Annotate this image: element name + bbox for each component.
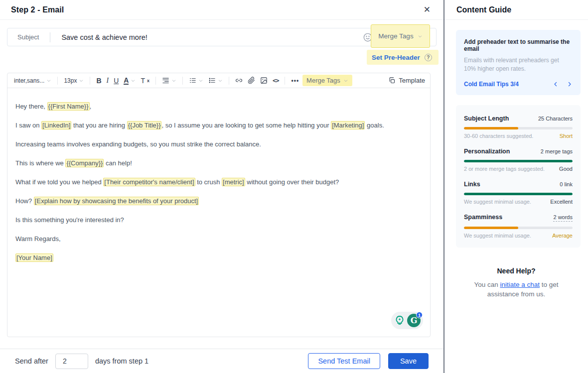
chevron-down-icon [79, 78, 84, 83]
metric-subject-length: Subject Length25 Characters30-60 charact… [464, 115, 573, 139]
metric-progress-bar [464, 193, 573, 195]
metric-name: Subject Length [464, 115, 509, 122]
paperclip-icon [248, 77, 255, 84]
body-text: What if we told you we helped [15, 178, 103, 186]
metric-suggestion: 30-60 characters suggested. [464, 133, 533, 139]
code-button[interactable]: <> [271, 76, 280, 85]
merge-tag-highlight: [Your Name] [15, 253, 53, 262]
divider [57, 77, 58, 85]
set-preheader-link[interactable]: Set Pre-Header [372, 54, 420, 61]
metric-name: Spamminess [464, 214, 502, 221]
bold-button[interactable]: B [95, 76, 103, 86]
save-button[interactable]: Save [388, 353, 429, 369]
body-text: Warm Regards, [15, 235, 61, 243]
font-family-dropdown[interactable]: inter,sans... [12, 76, 53, 85]
body-text: goals. [365, 122, 384, 129]
chevron-down-icon [218, 78, 223, 83]
align-icon [162, 77, 169, 84]
body-text: Hey there, [15, 103, 47, 110]
bullet-list-button[interactable] [207, 76, 224, 85]
bullet-list-icon [208, 77, 216, 84]
modal-header: Step 2 - Email ✕ [0, 0, 443, 20]
grammarly-widget[interactable]: G 1 [391, 312, 423, 329]
email-paragraph: What if we told you we helped [Their com… [15, 177, 422, 187]
underline-button[interactable]: U [112, 76, 120, 86]
email-body[interactable]: Hey there, {{First Name}},I saw on [Link… [7, 88, 430, 337]
body-text: that you are hiring [71, 122, 127, 129]
body-text: This is where we [15, 159, 65, 167]
metric-value: 25 Characters [538, 116, 573, 122]
font-size-dropdown[interactable]: 13px [62, 76, 85, 85]
merge-tag-highlight: [LinkedIn] [41, 121, 71, 129]
image-button[interactable] [259, 76, 269, 85]
chevron-down-icon [131, 78, 136, 83]
metric-spamminess: Spamminess2 wordsWe suggest minimal usag… [464, 214, 573, 239]
email-paragraph: I saw on [LinkedIn] that you are hiring … [15, 121, 422, 130]
cold-email-tips-link[interactable]: Cold Email Tips 3/4 [464, 81, 519, 88]
email-paragraph: Warm Regards, [15, 234, 422, 244]
content-metrics-card: Subject Length25 Characters30-60 charact… [456, 105, 581, 248]
metric-status: Excellent [550, 199, 573, 205]
send-after-label: Send after [15, 357, 48, 365]
content-guide-panel: Content Guide Add preheader text to summ… [443, 0, 588, 373]
close-icon[interactable]: ✕ [424, 5, 431, 14]
initiate-chat-link[interactable]: initiate a chat [500, 281, 540, 288]
chevron-left-icon [553, 81, 559, 87]
body-text: How? [15, 197, 34, 205]
metric-name: Links [464, 181, 480, 188]
grammarly-suggestion-icon[interactable] [394, 315, 406, 327]
merge-tag-highlight: {{First Name}} [47, 102, 90, 111]
delay-days-input[interactable] [55, 354, 88, 369]
more-options-icon[interactable]: ••• [290, 76, 300, 85]
email-step-modal: Step 2 - Email ✕ Subject Merge Tags Set … [0, 0, 443, 373]
tip-body: Emails with relevant preheaders get 10% … [464, 56, 564, 73]
chevron-right-icon [567, 81, 573, 87]
metric-status: Short [560, 133, 573, 139]
template-button[interactable]: Template [388, 77, 425, 84]
toolbar-merge-tags-button[interactable]: Merge Tags [302, 75, 352, 86]
app-root: Step 2 - Email ✕ Subject Merge Tags Set … [0, 0, 588, 373]
help-icon[interactable]: ? [425, 54, 432, 61]
subject-area: Subject Merge Tags Set Pre-Header ? [0, 20, 443, 70]
modal-title: Step 2 - Email [11, 5, 64, 14]
metric-progress-bar [464, 127, 573, 129]
metric-progress-bar [464, 227, 573, 229]
need-help-text: You can initiate a chat to get assistanc… [463, 280, 570, 299]
chevron-down-icon [46, 78, 51, 83]
email-paragraph: Is this something you're interested in? [15, 215, 422, 225]
body-text: , so I assume you are looking to get som… [161, 122, 331, 129]
grammarly-badge: 1 [416, 312, 423, 318]
tip-next-button[interactable] [567, 81, 573, 87]
merge-tag-highlight: [Marketing] [331, 121, 365, 129]
chevron-down-icon [418, 34, 423, 39]
ordered-list-icon [189, 77, 196, 84]
chevron-down-icon [171, 78, 176, 83]
attachment-button[interactable] [246, 76, 257, 85]
email-editor: inter,sans... 13px B I U A Tx [7, 73, 431, 337]
metric-value: 2 words [553, 214, 573, 222]
align-button[interactable] [160, 76, 178, 85]
metric-name: Personalization [464, 148, 510, 155]
ordered-list-button[interactable] [187, 76, 205, 85]
tip-prev-button[interactable] [553, 81, 559, 87]
merge-tag-highlight: [metric] [222, 178, 245, 186]
subject-merge-tags-button[interactable]: Merge Tags [371, 24, 430, 48]
italic-button[interactable]: I [105, 76, 111, 86]
link-button[interactable] [234, 76, 244, 85]
metric-suggestion: 2 or more merge tags suggested. [464, 166, 545, 172]
divider [90, 77, 90, 85]
email-paragraph: How? [Explain how by showcasing the bene… [15, 196, 422, 206]
content-guide-title: Content Guide [444, 0, 588, 20]
clear-formatting-button[interactable]: Tx [139, 76, 151, 86]
divider [285, 77, 285, 85]
send-test-email-button[interactable]: Send Test Email [308, 353, 380, 369]
metric-links: Links0 linkWe suggest minimal usage.Exce… [464, 181, 573, 205]
grammarly-logo-icon[interactable]: G 1 [407, 314, 421, 327]
divider [155, 77, 156, 85]
text-color-button[interactable]: A [122, 76, 137, 86]
subject-label: Subject [7, 33, 50, 41]
body-text: , [90, 103, 92, 110]
divider [182, 77, 183, 85]
days-from-step-label: days from step 1 [95, 357, 148, 365]
metric-personalization: Personalization2 merge tags2 or more mer… [464, 148, 573, 172]
